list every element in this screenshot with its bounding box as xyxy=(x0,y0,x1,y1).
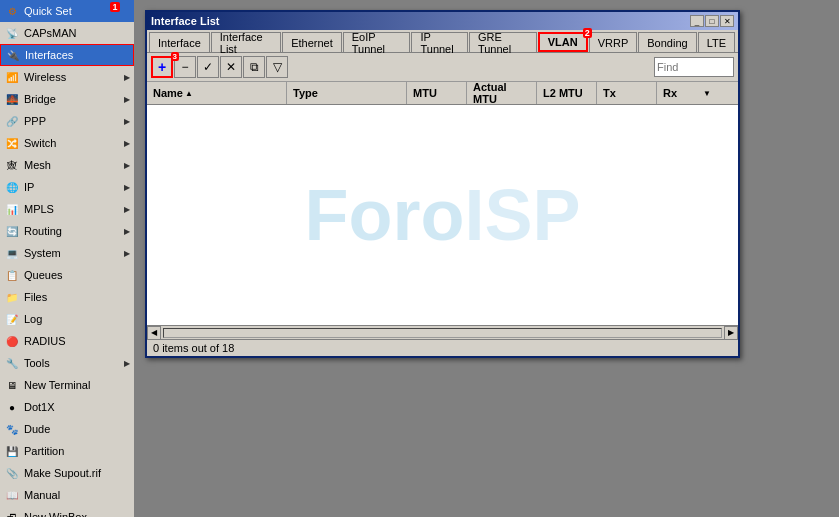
scroll-right-button[interactable]: ▶ xyxy=(724,326,738,340)
sidebar-item-label: MPLS xyxy=(24,203,54,215)
sidebar-item-files[interactable]: 📁 Files xyxy=(0,286,134,308)
sidebar-item-interfaces[interactable]: 🔌 Interfaces xyxy=(0,44,134,66)
expand-arrow: ▶ xyxy=(124,73,130,82)
sidebar-item-new-terminal[interactable]: 🖥 New Terminal xyxy=(0,374,134,396)
copy-button[interactable]: ⧉ xyxy=(243,56,265,78)
tabs-bar: Interface Interface List Ethernet EoIP T… xyxy=(147,30,738,53)
rx-dropdown[interactable]: ▼ xyxy=(703,89,711,98)
col-l2-mtu[interactable]: L2 MTU xyxy=(537,82,597,104)
tab-eoip-tunnel[interactable]: EoIP Tunnel xyxy=(343,32,411,52)
expand-arrow: ▶ xyxy=(124,117,130,126)
sidebar-item-bridge[interactable]: 🌉 Bridge ▶ xyxy=(0,88,134,110)
scroll-track[interactable] xyxy=(163,328,722,338)
tab-ethernet[interactable]: Ethernet xyxy=(282,32,342,52)
tab-bonding[interactable]: Bonding xyxy=(638,32,696,52)
status-text: 0 items out of 18 xyxy=(153,342,234,354)
toolbar: + 3 − ✓ ✕ ⧉ ▽ xyxy=(147,53,738,82)
sidebar-item-mpls[interactable]: 📊 MPLS ▶ xyxy=(0,198,134,220)
sidebar-item-partition[interactable]: 💾 Partition xyxy=(0,440,134,462)
maximize-button[interactable]: □ xyxy=(705,15,719,27)
interfaces-icon: 🔌 xyxy=(5,47,21,63)
window-controls: _ □ ✕ xyxy=(690,15,734,27)
sidebar-item-manual[interactable]: 📖 Manual xyxy=(0,484,134,506)
col-name[interactable]: Name ▲ xyxy=(147,82,287,104)
horizontal-scrollbar[interactable]: ◀ ▶ xyxy=(147,325,738,339)
sidebar-item-radius[interactable]: 🔴 RADIUS xyxy=(0,330,134,352)
sidebar-item-queues[interactable]: 📋 Queues xyxy=(0,264,134,286)
tab-interface-list[interactable]: Interface List xyxy=(211,32,281,52)
sidebar-item-dude[interactable]: 🐾 Dude xyxy=(0,418,134,440)
scroll-left-button[interactable]: ◀ xyxy=(147,326,161,340)
winbox-icon: 🗗 xyxy=(4,509,20,517)
routing-icon: 🔄 xyxy=(4,223,20,239)
watermark: ForoISP xyxy=(304,174,580,256)
sidebar-item-label: New Terminal xyxy=(24,379,90,391)
expand-arrow: ▶ xyxy=(124,183,130,192)
sidebar-item-routing[interactable]: 🔄 Routing ▶ xyxy=(0,220,134,242)
bridge-icon: 🌉 xyxy=(4,91,20,107)
ppp-icon: 🔗 xyxy=(4,113,20,129)
sidebar-item-label: Dot1X xyxy=(24,401,55,413)
mesh-icon: 🕸 xyxy=(4,157,20,173)
tab-gre-tunnel[interactable]: GRE Tunnel xyxy=(469,32,537,52)
minimize-button[interactable]: _ xyxy=(690,15,704,27)
capsman-icon: 📡 xyxy=(4,25,20,41)
tab-lte[interactable]: LTE xyxy=(698,32,735,52)
terminal-icon: 🖥 xyxy=(4,377,20,393)
sidebar-item-system[interactable]: 💻 System ▶ xyxy=(0,242,134,264)
sidebar-item-label: CAPsMAN xyxy=(24,27,77,39)
tab-vlan[interactable]: VLAN 2 xyxy=(538,32,588,52)
switch-icon: 🔀 xyxy=(4,135,20,151)
expand-arrow: ▶ xyxy=(124,95,130,104)
sidebar-item-switch[interactable]: 🔀 Switch ▶ xyxy=(0,132,134,154)
sidebar-item-tools[interactable]: 🔧 Tools ▶ xyxy=(0,352,134,374)
sidebar-item-ppp[interactable]: 🔗 PPP ▶ xyxy=(0,110,134,132)
col-tx[interactable]: Tx xyxy=(597,82,657,104)
sidebar-item-label: Wireless xyxy=(24,71,66,83)
sidebar-item-label: Dude xyxy=(24,423,50,435)
tab-ip-tunnel[interactable]: IP Tunnel xyxy=(411,32,467,52)
sidebar-item-mesh[interactable]: 🕸 Mesh ▶ xyxy=(0,154,134,176)
enable-button[interactable]: ✓ xyxy=(197,56,219,78)
find-input[interactable] xyxy=(654,57,734,77)
col-actual-mtu[interactable]: Actual MTU xyxy=(467,82,537,104)
find-box xyxy=(654,57,734,77)
sidebar-item-label: Log xyxy=(24,313,42,325)
sidebar-item-label: Partition xyxy=(24,445,64,457)
vlan-badge: 2 xyxy=(583,28,592,38)
window-title: Interface List xyxy=(151,15,219,27)
sidebar-item-label: Manual xyxy=(24,489,60,501)
expand-arrow: ▶ xyxy=(124,205,130,214)
sidebar-item-label: RADIUS xyxy=(24,335,66,347)
sidebar-item-label: System xyxy=(24,247,61,259)
col-rx[interactable]: Rx ▼ xyxy=(657,82,717,104)
sidebar-item-label: Files xyxy=(24,291,47,303)
dot1x-icon: ● xyxy=(4,399,20,415)
sidebar-item-quick-set[interactable]: ⚙ Quick Set 1 xyxy=(0,0,134,22)
tab-vrrp[interactable]: VRRP xyxy=(589,32,638,52)
x-icon: ✕ xyxy=(226,60,236,74)
add-button[interactable]: + 3 xyxy=(151,56,173,78)
radius-icon: 🔴 xyxy=(4,333,20,349)
col-type[interactable]: Type xyxy=(287,82,407,104)
sidebar: ⚙ Quick Set 1 📡 CAPsMAN 🔌 Interfaces 📶 W… xyxy=(0,0,135,517)
sidebar-item-make-supout[interactable]: 📎 Make Supout.rif xyxy=(0,462,134,484)
filter-button[interactable]: ▽ xyxy=(266,56,288,78)
sidebar-item-wireless[interactable]: 📶 Wireless ▶ xyxy=(0,66,134,88)
expand-arrow: ▶ xyxy=(124,139,130,148)
sidebar-item-label: Switch xyxy=(24,137,56,149)
tab-interface[interactable]: Interface xyxy=(149,32,210,52)
sidebar-item-ip[interactable]: 🌐 IP ▶ xyxy=(0,176,134,198)
col-mtu[interactable]: MTU xyxy=(407,82,467,104)
sidebar-item-dot1x[interactable]: ● Dot1X xyxy=(0,396,134,418)
expand-arrow: ▶ xyxy=(124,227,130,236)
sidebar-item-label: PPP xyxy=(24,115,46,127)
sidebar-item-label: Interfaces xyxy=(25,49,73,61)
supout-icon: 📎 xyxy=(4,465,20,481)
close-button[interactable]: ✕ xyxy=(720,15,734,27)
sidebar-item-capsman[interactable]: 📡 CAPsMAN xyxy=(0,22,134,44)
disable-button[interactable]: ✕ xyxy=(220,56,242,78)
sidebar-item-new-winbox[interactable]: 🗗 New WinBox xyxy=(0,506,134,517)
system-icon: 💻 xyxy=(4,245,20,261)
sidebar-item-log[interactable]: 📝 Log xyxy=(0,308,134,330)
